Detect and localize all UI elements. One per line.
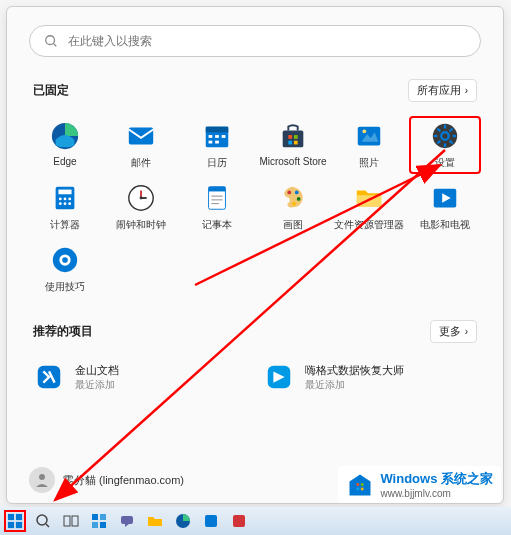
app-calculator[interactable]: 计算器	[29, 178, 101, 236]
pinned-title: 已固定	[33, 82, 69, 99]
app-movies[interactable]: 电影和电视	[409, 178, 481, 236]
svg-point-47	[295, 191, 299, 195]
recommended-item[interactable]: 金山文档 最近添加	[29, 357, 251, 397]
rec-title: 嗨格式数据恢复大师	[305, 363, 404, 378]
app-icon	[203, 513, 219, 529]
svg-rect-66	[16, 514, 22, 520]
gear-icon	[429, 120, 461, 152]
kingsoft-icon	[33, 361, 65, 393]
app-clock[interactable]: 闹钟和时钟	[105, 178, 177, 236]
app-tips[interactable]: 使用技巧	[29, 240, 101, 298]
taskbar-explorer[interactable]	[144, 510, 166, 532]
svg-rect-75	[92, 522, 98, 528]
svg-point-55	[62, 257, 68, 263]
app-label: 电影和电视	[420, 218, 470, 232]
start-menu: 已固定 所有应用 › Edge 邮件 日历	[6, 6, 504, 504]
app-notepad[interactable]: 记事本	[181, 178, 253, 236]
app-label: 使用技巧	[45, 280, 85, 294]
search-icon	[35, 513, 51, 529]
svg-rect-67	[8, 522, 14, 528]
svg-rect-10	[215, 141, 219, 144]
watermark-title: Windows 系统之家	[380, 470, 493, 488]
svg-marker-78	[125, 524, 129, 527]
user-account[interactable]: 零分貓 (lingfenmao.com)	[29, 467, 184, 493]
app-edge[interactable]: Edge	[29, 116, 101, 174]
photos-icon	[353, 120, 385, 152]
windows-icon	[7, 512, 23, 530]
svg-point-33	[68, 198, 71, 201]
app-label: 计算器	[50, 218, 80, 232]
app-explorer[interactable]: 文件资源管理器	[333, 178, 405, 236]
start-button[interactable]	[4, 510, 26, 532]
app-store[interactable]: Microsoft Store	[257, 116, 329, 174]
app-label: 日历	[207, 156, 227, 170]
watermark: Windows 系统之家 www.bjjmlv.com	[338, 466, 501, 503]
svg-rect-14	[288, 141, 292, 145]
svg-rect-84	[357, 487, 360, 490]
taskbar-taskview[interactable]	[60, 510, 82, 532]
svg-rect-5	[206, 127, 229, 133]
movies-icon	[429, 182, 461, 214]
svg-rect-77	[121, 516, 133, 524]
more-button[interactable]: 更多 ›	[430, 320, 477, 343]
taskbar-app[interactable]	[200, 510, 222, 532]
svg-point-48	[297, 197, 301, 201]
recovery-icon	[263, 361, 295, 393]
widgets-icon	[91, 513, 107, 529]
svg-rect-6	[209, 135, 213, 138]
taskbar-app[interactable]	[228, 510, 250, 532]
svg-rect-30	[58, 190, 71, 195]
notepad-icon	[201, 182, 233, 214]
recommended-header: 推荐的项目 更多 ›	[33, 320, 477, 343]
recommended-list: 金山文档 最近添加 嗨格式数据恢复大师 最近添加	[29, 357, 481, 397]
svg-rect-50	[357, 195, 381, 206]
svg-rect-12	[288, 135, 292, 139]
svg-rect-85	[361, 487, 364, 490]
svg-rect-9	[209, 141, 213, 144]
store-icon	[277, 120, 309, 152]
folder-icon	[147, 513, 163, 529]
svg-rect-83	[361, 483, 364, 486]
app-icon	[231, 513, 247, 529]
all-apps-label: 所有应用	[417, 83, 461, 98]
svg-rect-3	[129, 128, 153, 145]
rec-subtitle: 最近添加	[305, 378, 404, 392]
svg-rect-81	[233, 515, 245, 527]
chevron-right-icon: ›	[465, 85, 468, 96]
watermark-url: www.bjjmlv.com	[380, 488, 493, 499]
recommended-text: 嗨格式数据恢复大师 最近添加	[305, 363, 404, 392]
app-calendar[interactable]: 日历	[181, 116, 253, 174]
app-photos[interactable]: 照片	[333, 116, 405, 174]
app-mail[interactable]: 邮件	[105, 116, 177, 174]
app-label: Edge	[53, 156, 76, 167]
svg-point-35	[64, 202, 67, 205]
search-input[interactable]	[68, 34, 466, 48]
app-label: 记事本	[202, 218, 232, 232]
recommended-item[interactable]: 嗨格式数据恢复大师 最近添加	[259, 357, 481, 397]
taskbar-widgets[interactable]	[88, 510, 110, 532]
app-label: 照片	[359, 156, 379, 170]
app-label: Microsoft Store	[259, 156, 326, 167]
edge-icon	[49, 120, 81, 152]
taskbar-chat[interactable]	[116, 510, 138, 532]
search-box[interactable]	[29, 25, 481, 57]
taskbar-edge[interactable]	[172, 510, 194, 532]
avatar-icon	[29, 467, 55, 493]
rec-subtitle: 最近添加	[75, 378, 119, 392]
more-label: 更多	[439, 324, 461, 339]
svg-rect-8	[222, 135, 226, 138]
svg-line-1	[54, 44, 57, 47]
svg-point-18	[362, 129, 366, 133]
tips-icon	[49, 244, 81, 276]
svg-rect-73	[92, 514, 98, 520]
app-settings[interactable]: 设置	[409, 116, 481, 174]
chevron-right-icon: ›	[465, 326, 468, 337]
svg-rect-15	[294, 141, 298, 145]
taskbar-search[interactable]	[32, 510, 54, 532]
all-apps-button[interactable]: 所有应用 ›	[408, 79, 477, 102]
app-label: 文件资源管理器	[334, 218, 404, 232]
app-label: 设置	[435, 156, 455, 170]
svg-point-69	[37, 515, 47, 525]
app-paint[interactable]: 画图	[257, 178, 329, 236]
clock-icon	[125, 182, 157, 214]
